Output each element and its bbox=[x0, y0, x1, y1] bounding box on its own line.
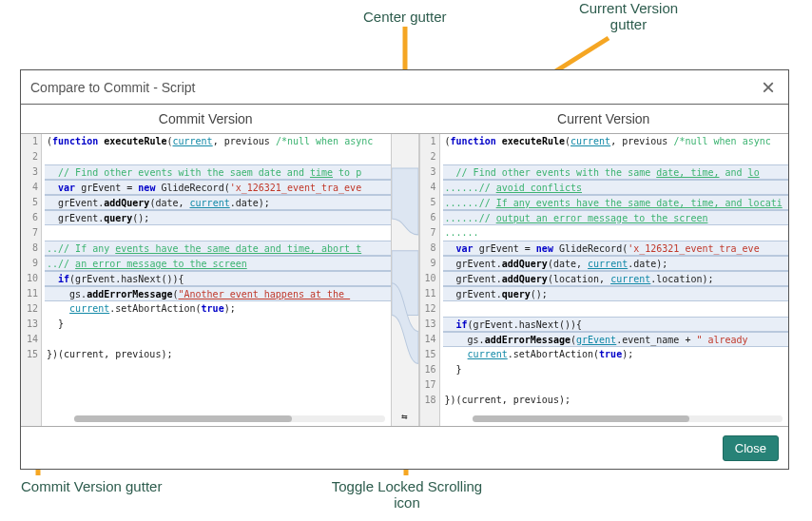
annotation-current-version-gutter: Current Versiongutter bbox=[557, 0, 700, 32]
version-headings: Commit Version Current Version bbox=[21, 105, 788, 133]
dialog-title: Compare to Commit - Script bbox=[30, 80, 758, 95]
code-line bbox=[45, 149, 391, 164]
code-line bbox=[45, 332, 391, 347]
diff-area: 123456789101112131415 (function executeR… bbox=[21, 133, 788, 427]
line-number: 9 bbox=[21, 256, 38, 271]
code-line: grEvent.addQuery(date, current.date); bbox=[45, 195, 391, 210]
right-code[interactable]: (function executeRule(current, previous … bbox=[440, 134, 789, 426]
code-line bbox=[443, 149, 789, 164]
line-number: 17 bbox=[420, 377, 436, 393]
line-number: 13 bbox=[21, 317, 38, 332]
line-number: 10 bbox=[21, 271, 38, 286]
code-line: (function executeRule(current, previous … bbox=[45, 134, 391, 149]
line-number: 12 bbox=[21, 301, 38, 317]
left-scrollbar[interactable] bbox=[74, 415, 385, 422]
line-number: 12 bbox=[420, 301, 436, 317]
code-line: } bbox=[45, 317, 391, 332]
line-number: 6 bbox=[21, 210, 38, 225]
line-number: 2 bbox=[420, 149, 436, 164]
right-scrollbar[interactable] bbox=[473, 415, 783, 422]
code-line: current.setAbortAction(true); bbox=[45, 301, 391, 317]
line-number: 7 bbox=[420, 225, 436, 241]
code-line: ..// If any events have the same date an… bbox=[45, 241, 391, 256]
line-number: 6 bbox=[420, 210, 436, 225]
line-number: 7 bbox=[21, 225, 38, 241]
code-line: })(current, previous); bbox=[443, 393, 789, 408]
dialog-footer: Close bbox=[21, 427, 788, 469]
annotation-center-gutter: Center gutter bbox=[363, 9, 447, 25]
annotation-commit-version-gutter: Commit Version gutter bbox=[21, 478, 162, 494]
code-line: ......// avoid conflicts bbox=[443, 180, 789, 195]
heading-commit-version: Commit Version bbox=[21, 111, 391, 126]
line-number: 8 bbox=[21, 241, 38, 256]
code-line: // Find other events with the saem date … bbox=[45, 164, 391, 180]
right-pane: 123456789101112131415161718 (function ex… bbox=[419, 134, 789, 426]
line-number: 4 bbox=[420, 180, 436, 195]
line-number: 14 bbox=[21, 332, 38, 347]
code-line: ..// an error message to the screen bbox=[45, 256, 391, 271]
annotation-toggle-lock: Toggle Locked Scrollingicon bbox=[321, 478, 493, 511]
code-line: if(grEvent.hasNext()){ bbox=[45, 271, 391, 286]
right-gutter: 123456789101112131415161718 bbox=[419, 134, 440, 426]
line-number: 14 bbox=[420, 332, 436, 347]
code-line: grEvent.addQuery(location, current.locat… bbox=[443, 271, 789, 286]
code-line bbox=[45, 225, 391, 241]
left-gutter: 123456789101112131415 bbox=[21, 134, 42, 426]
line-number: 9 bbox=[420, 256, 436, 271]
center-gutter: ⇆ bbox=[391, 134, 419, 426]
line-number: 15 bbox=[21, 347, 38, 362]
code-line: (function executeRule(current, previous … bbox=[443, 134, 789, 149]
code-line: gs.addErrorMessage(grEvent.event_name + … bbox=[443, 332, 789, 347]
compare-dialog: Compare to Commit - Script × Commit Vers… bbox=[20, 69, 789, 470]
code-line: ...... bbox=[443, 225, 789, 241]
code-line: var grEvent = new GlideRecord('x_126321_… bbox=[45, 180, 391, 195]
line-number: 8 bbox=[420, 241, 436, 256]
code-line: gs.addErrorMessage("Another event happen… bbox=[45, 286, 391, 301]
code-line: })(current, previous); bbox=[45, 347, 391, 362]
code-line: current.setAbortAction(true); bbox=[443, 347, 789, 362]
code-line: grEvent.query(); bbox=[443, 286, 789, 301]
line-number: 10 bbox=[420, 271, 436, 286]
code-line bbox=[443, 377, 789, 393]
line-number: 13 bbox=[420, 317, 436, 332]
dialog-body: Commit Version Current Version 123456789… bbox=[21, 105, 788, 469]
heading-current-version: Current Version bbox=[419, 111, 789, 126]
code-line: grEvent.query(); bbox=[45, 210, 391, 225]
code-line: grEvent.addQuery(date, current.date); bbox=[443, 256, 789, 271]
line-number: 4 bbox=[21, 180, 38, 195]
code-line: ......// output an error message to the … bbox=[443, 210, 789, 225]
line-number: 15 bbox=[420, 347, 436, 362]
left-code[interactable]: (function executeRule(current, previous … bbox=[42, 134, 391, 426]
line-number: 11 bbox=[420, 286, 436, 301]
close-button[interactable]: Close bbox=[723, 435, 779, 461]
code-line bbox=[443, 301, 789, 317]
toggle-locked-scrolling-icon[interactable]: ⇆ bbox=[401, 413, 409, 421]
code-line: } bbox=[443, 362, 789, 377]
close-icon[interactable]: × bbox=[758, 77, 779, 98]
line-number: 3 bbox=[21, 164, 38, 180]
code-line: if(grEvent.hasNext()){ bbox=[443, 317, 789, 332]
line-number: 5 bbox=[21, 195, 38, 210]
code-line: var grEvent = new GlideRecord('x_126321_… bbox=[443, 241, 789, 256]
line-number: 18 bbox=[420, 393, 436, 408]
code-line: ......// If any events have the same dat… bbox=[443, 195, 789, 210]
left-pane: 123456789101112131415 (function executeR… bbox=[21, 134, 391, 426]
line-number: 3 bbox=[420, 164, 436, 180]
line-number: 11 bbox=[21, 286, 38, 301]
line-number: 16 bbox=[420, 362, 436, 377]
line-number: 1 bbox=[21, 134, 38, 149]
line-number: 5 bbox=[420, 195, 436, 210]
line-number: 1 bbox=[420, 134, 436, 149]
code-line: // Find other events with the same date,… bbox=[443, 164, 789, 180]
dialog-header: Compare to Commit - Script × bbox=[21, 70, 788, 105]
line-number: 2 bbox=[21, 149, 38, 164]
